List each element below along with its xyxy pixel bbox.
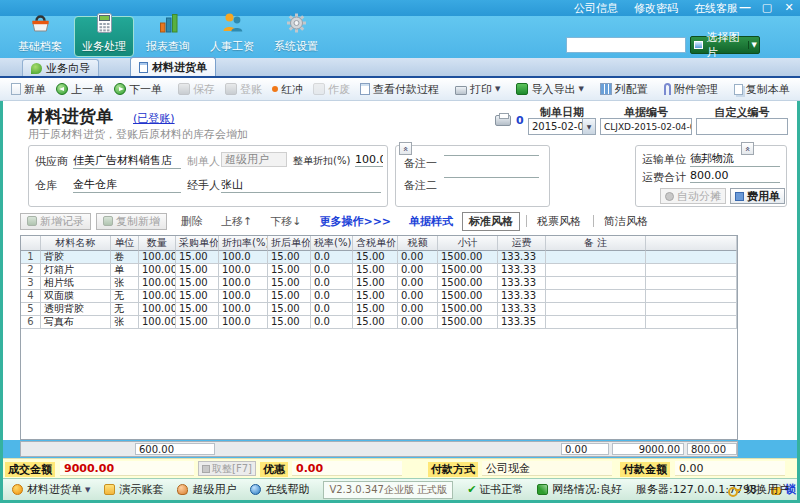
table-row[interactable]: 3相片纸张100.0015.00100.015.000.015.000.0015… bbox=[21, 277, 737, 290]
supplier-field[interactable]: 佳美广告材料销售店 bbox=[73, 153, 181, 169]
freight-total-field[interactable]: 800.00 bbox=[690, 169, 780, 183]
table-cell[interactable]: 133.33 bbox=[498, 251, 546, 264]
change-password-link[interactable]: 修改密码 bbox=[634, 1, 678, 16]
column-header[interactable]: 采购单价 bbox=[176, 236, 219, 251]
toolbar-button-上一单[interactable]: 上一单 bbox=[51, 80, 109, 99]
table-cell[interactable] bbox=[646, 303, 737, 316]
nav-item-报表查询[interactable]: 报表查询 bbox=[138, 16, 198, 57]
table-cell[interactable] bbox=[646, 251, 737, 264]
table-cell[interactable]: 15.00 bbox=[268, 303, 311, 316]
statusbar-item-account-set[interactable]: 演示账套 bbox=[100, 482, 167, 497]
table-cell[interactable]: 4 bbox=[21, 290, 41, 303]
table-cell[interactable]: 1 bbox=[21, 251, 41, 264]
table-cell[interactable]: 100.0 bbox=[219, 303, 268, 316]
table-cell[interactable]: 15.00 bbox=[353, 290, 398, 303]
statusbar-item-network[interactable]: 网络情况:良好 bbox=[533, 482, 626, 497]
column-header[interactable]: 小计 bbox=[438, 236, 498, 251]
toolbar-button-红冲[interactable]: 红冲 bbox=[267, 80, 308, 99]
table-cell[interactable]: 133.35 bbox=[498, 316, 546, 329]
table-cell[interactable]: 100.0 bbox=[219, 316, 268, 329]
style-tab-简洁风格[interactable]: 简洁风格 bbox=[598, 213, 654, 230]
table-cell[interactable]: 15.00 bbox=[268, 316, 311, 329]
table-cell[interactable]: 张 bbox=[111, 277, 139, 290]
table-cell[interactable]: 133.33 bbox=[498, 303, 546, 316]
table-cell[interactable]: 卷 bbox=[111, 251, 139, 264]
table-cell[interactable]: 2 bbox=[21, 264, 41, 277]
table-cell[interactable]: 张 bbox=[111, 316, 139, 329]
statusbar-item-online-help[interactable]: 在线帮助 bbox=[246, 482, 313, 497]
table-cell[interactable]: 100.00 bbox=[139, 277, 176, 290]
nav-item-基础档案[interactable]: 基础档案 bbox=[10, 16, 70, 57]
table-cell[interactable]: 写真布 bbox=[41, 316, 111, 329]
table-cell[interactable]: 0.0 bbox=[311, 303, 353, 316]
table-cell[interactable]: 15.00 bbox=[353, 316, 398, 329]
table-cell[interactable] bbox=[546, 316, 646, 329]
table-cell[interactable]: 15.00 bbox=[353, 277, 398, 290]
table-cell[interactable]: 1500.00 bbox=[438, 264, 498, 277]
date-dropdown-icon[interactable]: ▼ bbox=[582, 119, 595, 134]
chevron-down-icon[interactable]: ▼ bbox=[495, 85, 500, 93]
table-row[interactable]: 1背胶卷100.0015.00100.015.000.015.000.00150… bbox=[21, 251, 737, 264]
table-cell[interactable] bbox=[546, 277, 646, 290]
table-cell[interactable]: 15.00 bbox=[353, 251, 398, 264]
column-header[interactable]: 运费 bbox=[498, 236, 546, 251]
column-header[interactable]: 折扣率(%) bbox=[219, 236, 268, 251]
table-cell[interactable]: 100.00 bbox=[139, 290, 176, 303]
switch-user-button[interactable]: 切换用户 bbox=[728, 482, 789, 497]
table-cell[interactable]: 0.0 bbox=[311, 316, 353, 329]
table-cell[interactable]: 100.0 bbox=[219, 264, 268, 277]
column-header[interactable]: 单位 bbox=[111, 236, 139, 251]
table-cell[interactable]: 15.00 bbox=[268, 290, 311, 303]
table-cell[interactable]: 15.00 bbox=[176, 290, 219, 303]
table-cell[interactable]: 15.00 bbox=[176, 277, 219, 290]
table-cell[interactable]: 100.00 bbox=[139, 251, 176, 264]
table-cell[interactable]: 100.00 bbox=[139, 316, 176, 329]
table-cell[interactable]: 无 bbox=[111, 303, 139, 316]
table-cell[interactable]: 0.0 bbox=[311, 251, 353, 264]
nav-item-系统设置[interactable]: 系统设置 bbox=[266, 16, 326, 57]
table-cell[interactable] bbox=[646, 277, 737, 290]
nav-item-人事工资[interactable]: 人事工资 bbox=[202, 16, 262, 57]
custom-no-field[interactable] bbox=[696, 118, 788, 135]
posted-status-link[interactable]: (已登账) bbox=[133, 111, 175, 126]
column-header[interactable]: 折后单价 bbox=[268, 236, 311, 251]
table-cell[interactable]: 0.00 bbox=[398, 264, 438, 277]
table-cell[interactable]: 100.0 bbox=[219, 290, 268, 303]
table-cell[interactable]: 15.00 bbox=[353, 264, 398, 277]
date-field[interactable]: 2015-02-04 ▼ bbox=[528, 118, 596, 135]
table-cell[interactable]: 100.0 bbox=[219, 251, 268, 264]
chevron-down-icon[interactable]: ▼ bbox=[748, 41, 757, 49]
image-path-input[interactable] bbox=[566, 37, 686, 53]
table-cell[interactable]: 0.00 bbox=[398, 290, 438, 303]
collapse-panel-icon[interactable] bbox=[399, 142, 412, 155]
column-header[interactable]: 税率(%) bbox=[311, 236, 353, 251]
table-cell[interactable]: 15.00 bbox=[176, 303, 219, 316]
chevron-down-icon[interactable]: ▼ bbox=[85, 486, 90, 494]
remark1-field[interactable] bbox=[444, 155, 539, 156]
table-cell[interactable]: 1500.00 bbox=[438, 277, 498, 290]
table-cell[interactable]: 透明背胶 bbox=[41, 303, 111, 316]
tab-material-purchase[interactable]: 材料进货单 bbox=[130, 57, 216, 76]
minimize-icon[interactable]: ― bbox=[738, 1, 752, 14]
handler-field[interactable]: 张山 bbox=[221, 177, 381, 193]
table-cell[interactable]: 1500.00 bbox=[438, 316, 498, 329]
table-cell[interactable]: 133.33 bbox=[498, 264, 546, 277]
table-cell[interactable] bbox=[546, 303, 646, 316]
toolbar-button-附件管理[interactable]: 附件管理 bbox=[659, 80, 723, 99]
table-cell[interactable]: 15.00 bbox=[353, 303, 398, 316]
table-row[interactable]: 6写真布张100.0015.00100.015.000.015.000.0015… bbox=[21, 316, 737, 329]
table-cell[interactable]: 5 bbox=[21, 303, 41, 316]
column-header[interactable]: 材料名称 bbox=[41, 236, 111, 251]
bill-style-label[interactable]: 单据样式 bbox=[409, 214, 453, 229]
discount-field[interactable]: 100.0 bbox=[355, 153, 383, 167]
table-row[interactable]: 4双面膜无100.0015.00100.015.000.015.000.0015… bbox=[21, 290, 737, 303]
table-cell[interactable]: 0.0 bbox=[311, 277, 353, 290]
table-cell[interactable] bbox=[646, 316, 737, 329]
table-cell[interactable]: 6 bbox=[21, 316, 41, 329]
table-cell[interactable]: 15.00 bbox=[176, 264, 219, 277]
table-row[interactable]: 5透明背胶无100.0015.00100.015.000.015.000.001… bbox=[21, 303, 737, 316]
table-cell[interactable] bbox=[646, 264, 737, 277]
statusbar-item-current-user[interactable]: 超级用户 bbox=[173, 482, 240, 497]
table-cell[interactable]: 1500.00 bbox=[438, 303, 498, 316]
table-cell[interactable]: 15.00 bbox=[268, 277, 311, 290]
